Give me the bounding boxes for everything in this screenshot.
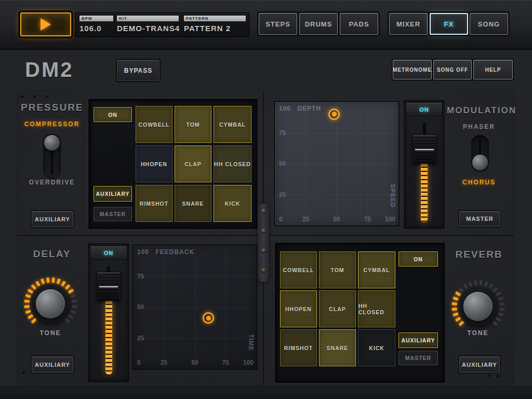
play-button[interactable] [20, 12, 71, 36]
delay-on-button[interactable]: ON [90, 246, 127, 260]
compressor-pad-hhopen[interactable]: HHOPEN [136, 145, 172, 182]
reverb-on-button[interactable]: ON [398, 251, 438, 267]
vent-dot [33, 96, 36, 98]
screw-icon [261, 229, 266, 233]
vent-dot [46, 96, 48, 98]
reverb-pad-hhopen[interactable]: HHOPEN [280, 290, 317, 327]
compressor-pad-tom[interactable]: TOM [175, 106, 211, 143]
delay-auxiliary-button[interactable]: AUXILIARY [32, 356, 73, 373]
tab-drums[interactable]: DRUMS [299, 13, 338, 35]
reverb-pad-kick[interactable]: KICK [358, 329, 395, 366]
modulation-fader[interactable] [404, 120, 444, 227]
help-button[interactable]: HELP [473, 60, 513, 79]
transport-bar: BPM 106.0 KIT DEMO-TRANS4 PATTERN PATTER… [0, 0, 532, 50]
knob-face[interactable] [31, 285, 70, 323]
modulation-option-phaser[interactable]: PHASER [448, 123, 510, 130]
delay-y-max-tick: 100 [137, 248, 149, 256]
bpm-label: BPM [79, 16, 113, 21]
delay-title: DELAY [26, 248, 78, 260]
tab-steps[interactable]: STEPS [259, 13, 297, 35]
knob-face[interactable] [459, 287, 497, 326]
kit-field[interactable]: KIT DEMO-TRANS4 [117, 16, 179, 35]
compressor-master-button[interactable]: MASTER [94, 207, 132, 221]
song-off-button[interactable]: SONG OFF [433, 60, 472, 79]
delay-xtick-25: 25 [161, 359, 167, 366]
modulation-master-button[interactable]: MASTER [459, 211, 500, 227]
compressor-on-button[interactable]: ON [94, 107, 132, 122]
reverb-tone-knob[interactable] [451, 280, 505, 334]
screw-icon [261, 248, 266, 253]
reverb-pad-cowbell[interactable]: COWBELL [280, 251, 317, 288]
bpm-value: 106.0 [79, 24, 113, 33]
mod-xtick-100: 100 [385, 216, 395, 223]
compressor-pad-hhclosed[interactable]: HH CLOSED [214, 145, 251, 182]
bpm-field[interactable]: BPM 106.0 [79, 16, 113, 35]
reverb-pad-cymbal[interactable]: CYMBAL [358, 251, 395, 288]
reverb-pad-clap[interactable]: CLAP [319, 290, 356, 327]
delay-xtick-100: 100 [243, 359, 254, 366]
toggle-knob[interactable] [472, 155, 488, 170]
reverb-pad-snare[interactable]: SNARE [319, 329, 356, 366]
vent-dot [487, 375, 490, 378]
mod-y-max-tick: 100 [279, 105, 291, 112]
tab-mixer[interactable]: MIXER [389, 13, 428, 35]
compressor-pad-kick[interactable]: KICK [214, 185, 251, 222]
screw-icon [261, 268, 266, 273]
delay-xy-cursor[interactable] [203, 312, 214, 324]
mod-xtick-25: 25 [302, 216, 309, 223]
reverb-auxiliary-button[interactable]: AUXILIARY [459, 356, 500, 373]
mod-xtick-75: 75 [364, 216, 371, 223]
bypass-button[interactable]: BYPASS [117, 60, 159, 81]
reverb-pad-hhclosed[interactable]: HH CLOSED [358, 290, 395, 327]
fader-handle[interactable] [97, 272, 121, 301]
delay-fader[interactable] [88, 263, 129, 379]
delay-y-axis-label: FEEDBACK [155, 248, 194, 256]
vent-dot [21, 96, 23, 98]
modulation-option-chorus[interactable]: CHORUS [448, 179, 510, 186]
bottom-chassis [0, 387, 532, 399]
delay-tone-knob[interactable] [23, 277, 77, 331]
transport-display: BPM 106.0 KIT DEMO-TRANS4 PATTERN PATTER… [75, 12, 249, 37]
tab-song[interactable]: SONG [470, 13, 508, 35]
pressure-toggle[interactable] [43, 134, 61, 180]
fader-handle[interactable] [413, 135, 436, 164]
modulation-xy-cursor[interactable] [328, 109, 340, 120]
modulation-xy-pad[interactable]: 100 DEPTH 75 50 25 0 25 50 75 100 SPEED [274, 101, 400, 227]
metronome-button[interactable]: METRONOME [393, 60, 432, 79]
reverb-master-button[interactable]: MASTER [398, 351, 438, 365]
reverb-pad-rimshot[interactable]: RIMSHOT [280, 329, 317, 366]
reverb-tone-label: TONE [452, 329, 504, 337]
modulation-on-button[interactable]: ON [406, 102, 443, 116]
mod-y-axis-label: DEPTH [297, 105, 321, 112]
reverb-pad-tom[interactable]: TOM [319, 251, 356, 288]
compressor-pad-rimshot[interactable]: RIMSHOT [136, 185, 172, 222]
compressor-pad-snare[interactable]: SNARE [175, 185, 211, 222]
kit-label: KIT [117, 16, 179, 21]
app-logo: DM2 [25, 58, 87, 81]
modulation-toggle[interactable] [471, 135, 489, 171]
dm2-fx-screen: BPM 106.0 KIT DEMO-TRANS4 PATTERN PATTER… [0, 0, 532, 399]
mod-ytick-75: 75 [279, 129, 286, 137]
pattern-field[interactable]: PATTERN PATTERN 2 [184, 16, 246, 35]
delay-x-axis-label: TIME [247, 334, 255, 351]
play-icon [41, 18, 51, 31]
compressor-pad-cowbell[interactable]: COWBELL [136, 106, 172, 143]
vent-dot [22, 372, 25, 375]
pressure-option-overdrive[interactable]: OVERDRIVE [21, 179, 83, 186]
compressor-pad-cymbal[interactable]: CYMBAL [214, 106, 251, 143]
tab-pads[interactable]: PADS [340, 13, 378, 35]
delay-ytick-75: 75 [137, 273, 144, 280]
delay-xy-pad[interactable]: 100 FEEDBACK 75 50 25 0 25 50 75 100 TIM… [132, 244, 258, 370]
vent-dot [497, 375, 499, 378]
reverb-auxiliary-panel-button[interactable]: AUXILIARY [398, 332, 438, 348]
compressor-pad-clap[interactable]: CLAP [175, 145, 211, 182]
modulation-fader-column: ON [404, 100, 445, 229]
delay-ytick-50: 50 [137, 303, 144, 311]
compressor-auxiliary-button[interactable]: AUXILIARY [94, 186, 132, 202]
pattern-value: PATTERN 2 [184, 24, 246, 33]
pressure-option-compressor[interactable]: COMPRESSOR [21, 121, 83, 128]
pressure-auxiliary-button[interactable]: AUXILIARY [32, 211, 73, 227]
delay-tone-label: TONE [24, 329, 76, 337]
toggle-knob[interactable] [44, 135, 60, 151]
tab-fx[interactable]: FX [430, 13, 468, 35]
